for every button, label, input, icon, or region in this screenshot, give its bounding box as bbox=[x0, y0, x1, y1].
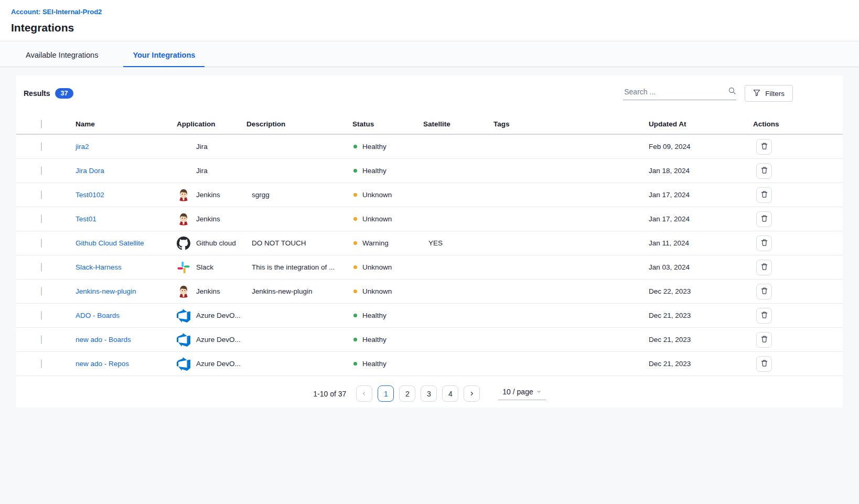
filters-button[interactable]: Filters bbox=[745, 85, 793, 102]
column-header-updated-at: Updated At bbox=[649, 120, 753, 128]
next-page-button[interactable] bbox=[464, 385, 480, 402]
integration-name-link[interactable]: Slack-Harness bbox=[76, 263, 122, 271]
application-label: Jira bbox=[196, 143, 208, 151]
azure-icon bbox=[177, 333, 190, 347]
search-input[interactable] bbox=[623, 87, 728, 96]
previous-page-button[interactable] bbox=[356, 385, 372, 402]
row-checkbox[interactable] bbox=[41, 239, 42, 248]
row-checkbox[interactable] bbox=[41, 166, 42, 175]
row-checkbox[interactable] bbox=[41, 215, 42, 223]
page-size-select[interactable]: 10 / page bbox=[498, 388, 545, 400]
table-row: ADO - Boards Azure DevO... Healthy Dec 2… bbox=[16, 304, 843, 328]
tab-available-integrations[interactable]: Available Integrations bbox=[16, 51, 108, 67]
results-count-badge: 37 bbox=[55, 88, 74, 99]
application-label: Slack bbox=[196, 263, 213, 271]
delete-integration-button[interactable] bbox=[756, 356, 772, 372]
satellite-value: YES bbox=[423, 239, 493, 247]
integration-name-link[interactable]: Github Cloud Satellite bbox=[76, 239, 144, 247]
row-checkbox[interactable] bbox=[41, 287, 42, 296]
integration-name-link[interactable]: Jira Dora bbox=[76, 167, 104, 175]
table-row: Test01 Jenkins Unknown Jan 17, 2024 bbox=[16, 207, 843, 231]
search-box bbox=[623, 87, 736, 100]
page-size-label: 10 / page bbox=[502, 388, 533, 396]
page-button-4[interactable]: 4 bbox=[442, 385, 458, 402]
table-row: Github Cloud Satellite Github cloud DO N… bbox=[16, 231, 843, 255]
description-text: This is the integration of ... bbox=[246, 263, 352, 271]
github-icon bbox=[177, 237, 190, 250]
updated-at-value: Feb 09, 2024 bbox=[649, 143, 753, 151]
integration-name-link[interactable]: new ado - Repos bbox=[76, 360, 129, 368]
azure-icon bbox=[177, 357, 190, 371]
status-label: Healthy bbox=[362, 143, 386, 151]
delete-integration-button[interactable] bbox=[756, 332, 772, 348]
column-header-satellite: Satellite bbox=[423, 120, 493, 128]
select-all-checkbox[interactable] bbox=[41, 120, 42, 128]
trash-icon bbox=[760, 190, 768, 200]
table-row: Slack-Harness Slack This is the integrat… bbox=[16, 255, 843, 280]
integrations-card: Results 37 Filters Name Application Desc… bbox=[16, 76, 843, 408]
jenkins-icon bbox=[177, 285, 190, 298]
column-header-application: Application bbox=[177, 120, 246, 128]
updated-at-value: Dec 22, 2023 bbox=[649, 287, 753, 295]
row-checkbox[interactable] bbox=[41, 263, 42, 272]
application-label: Jenkins bbox=[196, 191, 220, 199]
status-dot bbox=[353, 265, 357, 269]
integration-name-link[interactable]: new ado - Boards bbox=[76, 336, 131, 344]
trash-icon bbox=[760, 311, 768, 320]
integration-name-link[interactable]: Test01 bbox=[76, 215, 96, 223]
updated-at-value: Jan 03, 2024 bbox=[649, 263, 753, 271]
status-dot bbox=[353, 193, 357, 197]
table-row: Jira Dora Jira Healthy Jan 18, 2024 bbox=[16, 159, 843, 183]
application-label: Jira bbox=[196, 167, 208, 175]
integration-name-link[interactable]: ADO - Boards bbox=[76, 312, 120, 319]
integration-name-link[interactable]: Test0102 bbox=[76, 191, 104, 199]
updated-at-value: Dec 21, 2023 bbox=[649, 312, 753, 319]
updated-at-value: Dec 21, 2023 bbox=[649, 336, 753, 344]
row-checkbox[interactable] bbox=[41, 359, 42, 368]
toolbar: Results 37 Filters bbox=[16, 76, 843, 102]
integrations-table: Name Application Description Status Sate… bbox=[16, 114, 843, 376]
integration-name-link[interactable]: Jenkins-new-plugin bbox=[76, 287, 136, 295]
delete-integration-button[interactable] bbox=[756, 163, 772, 179]
application-label: Jenkins bbox=[196, 215, 220, 223]
slack-icon bbox=[177, 261, 190, 274]
delete-integration-button[interactable] bbox=[756, 284, 772, 299]
page-buttons: 1234 bbox=[375, 385, 461, 402]
jira-icon bbox=[177, 164, 190, 178]
delete-integration-button[interactable] bbox=[756, 187, 772, 203]
trash-icon bbox=[760, 287, 768, 296]
trash-icon bbox=[760, 263, 768, 272]
table-row: Test0102 Jenkins sgrgg Unknown Jan 17, 2… bbox=[16, 183, 843, 207]
status-label: Unknown bbox=[362, 287, 392, 295]
integration-name-link[interactable]: jira2 bbox=[76, 143, 89, 151]
pagination-range-label: 1-10 of 37 bbox=[313, 390, 346, 398]
row-checkbox[interactable] bbox=[41, 311, 42, 320]
status-dot bbox=[353, 145, 357, 148]
application-label: Azure DevO... bbox=[196, 312, 241, 319]
delete-integration-button[interactable] bbox=[756, 308, 772, 324]
row-checkbox[interactable] bbox=[41, 190, 42, 199]
jenkins-icon bbox=[177, 188, 190, 202]
application-label: Github cloud bbox=[196, 239, 236, 247]
delete-integration-button[interactable] bbox=[756, 235, 772, 251]
tab-your-integrations[interactable]: Your Integrations bbox=[123, 51, 205, 67]
filter-funnel-icon bbox=[753, 89, 760, 98]
results-label: Results bbox=[24, 89, 50, 98]
row-checkbox[interactable] bbox=[41, 142, 42, 151]
status-label: Healthy bbox=[362, 360, 386, 368]
jenkins-icon bbox=[177, 212, 190, 226]
trash-icon bbox=[760, 215, 768, 224]
delete-integration-button[interactable] bbox=[756, 211, 772, 227]
application-label: Azure DevO... bbox=[196, 360, 241, 368]
page-button-1[interactable]: 1 bbox=[378, 385, 394, 402]
page-button-2[interactable]: 2 bbox=[399, 385, 415, 402]
column-header-status: Status bbox=[352, 120, 423, 128]
account-breadcrumb-link[interactable]: Account: SEI-Internal-Prod2 bbox=[11, 8, 102, 16]
updated-at-value: Jan 11, 2024 bbox=[649, 239, 753, 247]
row-checkbox[interactable] bbox=[41, 335, 42, 344]
delete-integration-button[interactable] bbox=[756, 139, 772, 155]
pagination: 1-10 of 37 1234 10 / page bbox=[16, 385, 843, 402]
delete-integration-button[interactable] bbox=[756, 260, 772, 275]
status-label: Unknown bbox=[362, 215, 392, 223]
page-button-3[interactable]: 3 bbox=[421, 385, 437, 402]
